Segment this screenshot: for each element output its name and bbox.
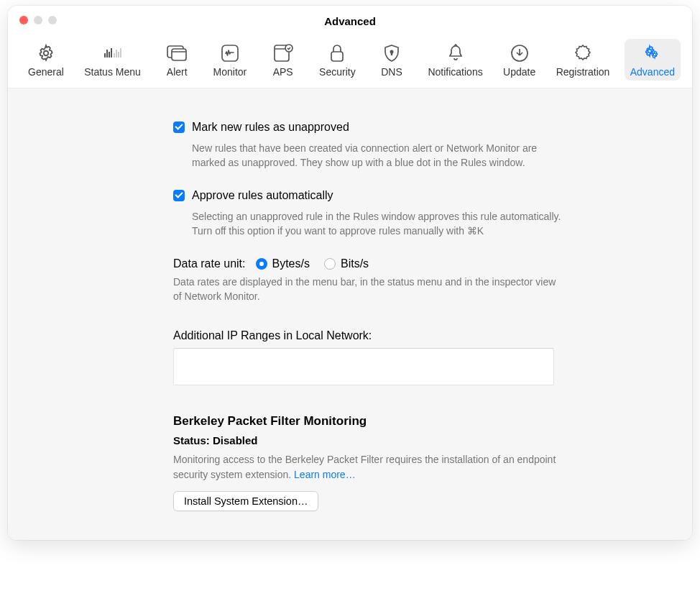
- titlebar: Advanced: [8, 6, 692, 36]
- download-icon: [510, 43, 530, 63]
- svg-rect-4: [111, 48, 112, 58]
- svg-rect-5: [114, 53, 115, 58]
- radio-bytes[interactable]: [256, 258, 267, 270]
- mark-unapproved-label: Mark new rules as unapproved: [192, 120, 349, 135]
- tab-label: Status Menu: [84, 66, 141, 78]
- ip-ranges-label: Additional IP Ranges in Local Network:: [173, 329, 561, 342]
- tab-dns[interactable]: DNS: [370, 39, 413, 81]
- close-button[interactable]: [19, 16, 28, 24]
- approve-auto-desc: Selecting an unapproved rule in the Rule…: [192, 209, 561, 239]
- tab-label: APS: [273, 66, 293, 78]
- gear-icon: [36, 43, 56, 63]
- tab-alert[interactable]: Alert: [155, 39, 198, 81]
- tab-notifications[interactable]: Notifications: [422, 39, 488, 81]
- bpf-desc-text: Monitoring access to the Berkeley Packet…: [173, 454, 556, 480]
- svg-rect-15: [331, 52, 343, 61]
- tab-security[interactable]: Security: [313, 39, 361, 81]
- approve-auto-label: Approve rules automatically: [192, 188, 333, 203]
- tab-label: General: [28, 66, 64, 78]
- radio-bits-label: Bits/s: [341, 257, 369, 270]
- lock-icon: [327, 43, 347, 63]
- bpf-desc: Monitoring access to the Berkeley Packet…: [173, 452, 561, 482]
- bars-icon: [103, 43, 123, 63]
- radio-bytes-label: Bytes/s: [272, 257, 310, 270]
- zoom-button[interactable]: [48, 16, 57, 24]
- traffic-lights: [19, 16, 57, 24]
- svg-rect-2: [106, 50, 108, 58]
- svg-point-18: [648, 50, 651, 53]
- svg-rect-7: [118, 52, 119, 58]
- svg-rect-1: [104, 53, 106, 58]
- data-rate-desc: Data rates are displayed in the menu bar…: [173, 275, 561, 304]
- bpf-heading: Berkeley Packet Filter Monitoring: [173, 414, 561, 429]
- minimize-button[interactable]: [34, 16, 42, 24]
- tab-label: Registration: [556, 66, 610, 78]
- tab-label: Advanced: [630, 66, 675, 78]
- gears-icon: [643, 43, 663, 63]
- tab-label: Security: [319, 66, 356, 78]
- toolbar: General Status Menu Alert Monitor APS: [8, 36, 692, 88]
- learn-more-link[interactable]: Learn more…: [294, 469, 356, 480]
- data-rate-label: Data rate unit:: [173, 257, 246, 270]
- seal-icon: [573, 43, 593, 63]
- svg-rect-6: [116, 50, 117, 58]
- tab-label: Monitor: [213, 66, 247, 78]
- svg-point-16: [390, 50, 394, 54]
- alert-window-icon: [167, 43, 187, 63]
- tab-update[interactable]: Update: [497, 39, 541, 81]
- install-extension-button[interactable]: Install System Extension…: [173, 491, 318, 511]
- shield-icon: [382, 43, 402, 63]
- svg-rect-3: [109, 52, 110, 58]
- monitor-icon: [220, 43, 240, 63]
- svg-rect-10: [172, 49, 186, 60]
- approve-auto-checkbox[interactable]: [173, 190, 185, 201]
- svg-point-0: [44, 51, 49, 56]
- tab-registration[interactable]: Registration: [551, 39, 616, 81]
- shield-check-icon: [273, 43, 293, 63]
- preferences-window: Advanced General Status Menu Alert Mon: [8, 6, 692, 540]
- tab-status-menu[interactable]: Status Menu: [78, 39, 147, 81]
- bell-icon: [446, 43, 466, 63]
- radio-bits[interactable]: [324, 258, 336, 270]
- tab-label: Update: [503, 66, 535, 78]
- ip-ranges-input[interactable]: [173, 348, 554, 385]
- tab-label: Alert: [167, 66, 188, 78]
- svg-rect-8: [120, 48, 121, 58]
- bpf-status: Status: Disabled: [173, 434, 561, 446]
- tab-label: Notifications: [428, 66, 482, 78]
- tab-aps[interactable]: APS: [262, 39, 305, 81]
- mark-unapproved-desc: New rules that have been created via con…: [192, 141, 561, 170]
- tab-advanced[interactable]: Advanced: [625, 39, 681, 81]
- tab-monitor[interactable]: Monitor: [208, 39, 253, 81]
- mark-unapproved-checkbox[interactable]: [173, 122, 185, 133]
- content-area: Mark new rules as unapproved New rules t…: [8, 88, 692, 540]
- tab-label: DNS: [381, 66, 402, 78]
- tab-general[interactable]: General: [22, 39, 70, 81]
- window-title: Advanced: [324, 15, 376, 27]
- svg-point-19: [653, 53, 656, 56]
